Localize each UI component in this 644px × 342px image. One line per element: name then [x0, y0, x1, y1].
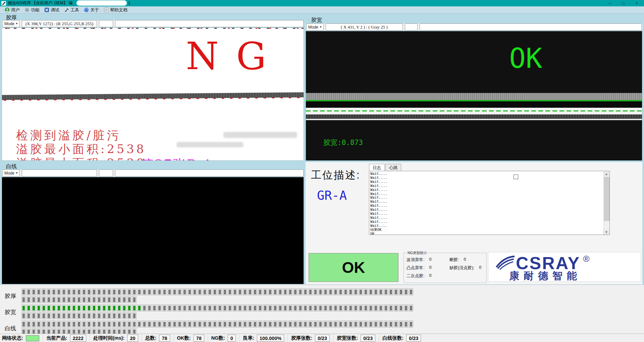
log-line: Wait....: [370, 176, 609, 180]
mode-dropdown[interactable]: Mode▼: [307, 23, 324, 31]
indicator-row: [21, 296, 137, 303]
menu-item-debug[interactable]: 调试: [44, 7, 59, 13]
ng-stat-item: 二次点胶:0: [407, 273, 449, 279]
frame-indicator: [32, 296, 36, 303]
minimize-button[interactable]: –: [603, 0, 616, 6]
image-view-jiaokuan[interactable]: OK 胶宽:0.873: [306, 31, 642, 161]
frame-indicator: [369, 304, 373, 311]
menu-item-help[interactable]: 帮助文档: [104, 7, 127, 13]
frame-indicator: [32, 288, 36, 295]
title-bar: 侧涂AOI程序 【当前用户: OEM】 编 1 – □ ×: [0, 0, 644, 6]
frame-indicator: [374, 304, 378, 311]
frame-indicator: [112, 304, 116, 311]
scroll-down-icon[interactable]: ▼: [604, 230, 609, 235]
menu-item-user[interactable]: 用户: [5, 7, 20, 13]
frame-indicator: [137, 304, 142, 311]
frame-indicator: [172, 321, 177, 328]
edge-line-green-dashed: [306, 110, 642, 111]
frame-indicator: [72, 288, 76, 295]
close-button[interactable]: ×: [630, 0, 643, 6]
frame-indicator: [283, 304, 287, 311]
frame-indicator: [62, 312, 66, 319]
status-value: 78: [194, 335, 204, 342]
frame-indicator: [52, 288, 56, 295]
frame-indicator: [122, 312, 126, 319]
tab-log[interactable]: 日志: [369, 164, 385, 171]
tab-heartbeat[interactable]: 心跳: [385, 164, 401, 171]
frame-indicator: [293, 321, 298, 328]
frame-indicator: [82, 296, 86, 303]
frame-indicator: [328, 288, 333, 295]
frame-indicator: [303, 321, 308, 328]
status-bar: 网络状态: 当前产品:2222处理时间(ms):20总数:78OK数:78NG数…: [0, 334, 644, 342]
frame-indicator: [409, 288, 413, 295]
panel-title-jiaokuan: 胶宽: [311, 17, 322, 24]
status-bar-item: 处理时间(ms):20: [90, 335, 138, 342]
frame-indicator: [379, 304, 383, 311]
frame-indicator: [147, 288, 152, 295]
frame-indicator: [102, 288, 106, 295]
wrench-icon: [64, 7, 69, 12]
log-scrollbar[interactable]: ▲ ▼: [603, 172, 609, 235]
mode-dropdown[interactable]: Mode▼: [3, 20, 20, 27]
frame-indicator: [303, 304, 308, 311]
log-line: Wait....: [370, 196, 609, 200]
frame-indicator: [52, 296, 56, 303]
frame-indicator: [223, 321, 227, 328]
toolbar-box-wide: [115, 169, 304, 177]
frame-indicator: [348, 304, 353, 311]
frame-indicator: [77, 304, 81, 311]
frame-indicator: [283, 321, 287, 328]
smudge-blob: [176, 142, 244, 147]
scroll-thumb[interactable]: [604, 177, 609, 221]
frame-indicator: [127, 312, 131, 319]
frame-indicator: [404, 304, 408, 311]
frame-indicator: [263, 288, 267, 295]
toolbar-box-small: [405, 23, 418, 31]
frame-indicator: [278, 304, 282, 311]
pixel-info-text: ( X 431, Y 2 ) : ( Gray 25 ): [341, 25, 387, 30]
frame-indicator: [354, 288, 358, 295]
menu-item-label: 关于: [90, 7, 99, 13]
frame-indicator: [47, 296, 51, 303]
log-checkbox[interactable]: [514, 175, 518, 179]
frame-indicator: [107, 288, 111, 295]
frame-indicator: [359, 304, 363, 311]
frame-indicator: [333, 321, 338, 328]
frame-indicator: [359, 321, 363, 328]
image-view-jiaohou[interactable]: NG 检测到溢胶/脏污 溢胶最小面积:2538 溢胶最大面积:2538 第37张…: [2, 28, 304, 161]
toolbar-box-small: [99, 20, 113, 27]
frame-indicator: [77, 312, 81, 319]
frame-indicator: [62, 288, 66, 295]
frame-indicator: [37, 304, 41, 311]
menu-item-tools[interactable]: 工具: [64, 7, 79, 13]
frame-indicator: [268, 321, 272, 328]
frame-indicator: [218, 304, 222, 311]
frame-indicator: [47, 312, 51, 319]
mode-dropdown[interactable]: Mode▼: [3, 169, 20, 177]
frame-indicator: [218, 288, 222, 295]
scroll-up-icon[interactable]: ▲: [604, 172, 609, 177]
status-value: 78: [159, 335, 170, 342]
network-status-label: 网络状态:: [2, 335, 23, 341]
indicator-row: [21, 304, 414, 311]
frame-indicator: [228, 321, 232, 328]
frame-indicator: [92, 312, 96, 319]
ng-stat-value: 0: [429, 273, 431, 279]
log-list[interactable]: Wait....Wait....Wait....Wait....Wait....…: [369, 171, 610, 235]
status-label: 总数:: [145, 335, 157, 341]
menu-item-function[interactable]: 功能: [24, 7, 40, 13]
maximize-button[interactable]: □: [616, 0, 630, 6]
frame-indicator: [152, 321, 157, 328]
status-value: 0: [228, 335, 236, 342]
image-view-baixian[interactable]: [2, 177, 304, 284]
frame-indicator: [42, 321, 46, 328]
menu-item-about[interactable]: 关于: [84, 7, 99, 13]
frame-indicator: [132, 296, 137, 303]
frame-indicator: [354, 321, 358, 328]
frame-indicator: [399, 288, 403, 295]
frame-indicator: [82, 321, 86, 328]
frame-indicator: [57, 288, 61, 295]
overall-result-button[interactable]: OK: [309, 253, 398, 282]
frame-indicator: [112, 321, 116, 328]
